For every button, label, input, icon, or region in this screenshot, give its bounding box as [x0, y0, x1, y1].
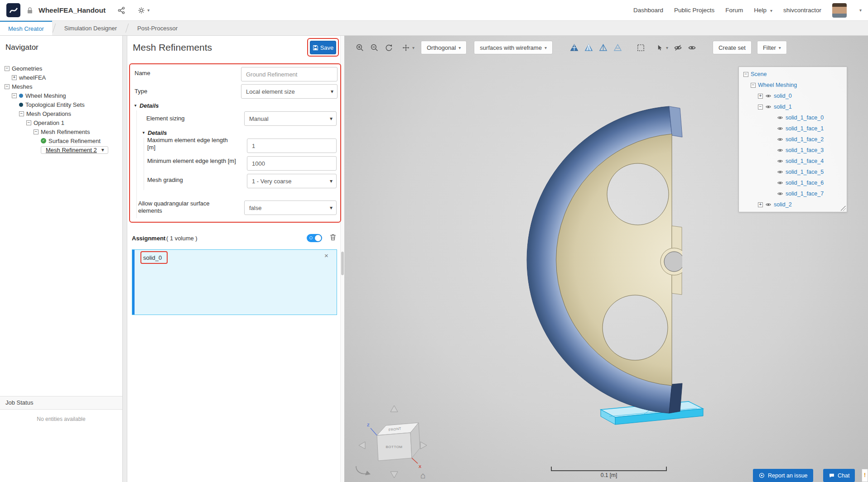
navigator-item-topological-entity-sets[interactable]: Topological Entity Sets — [0, 100, 122, 109]
collapse-icon[interactable]: − — [751, 83, 756, 88]
settings-caret-icon[interactable]: ▾ — [147, 8, 149, 13]
navigator-item-geometries[interactable]: −Geometries — [0, 64, 122, 73]
visibility-eye-icon[interactable] — [765, 201, 772, 208]
scene-item-solid-1[interactable]: −solid_1 — [739, 101, 847, 112]
visibility-eye-icon[interactable] — [777, 169, 783, 175]
projection-dropdown[interactable]: Orthogonal▾ — [421, 41, 467, 54]
report-issue-button[interactable]: Report an issue — [753, 469, 813, 482]
nav-dashboard[interactable]: Dashboard — [633, 7, 663, 14]
reset-view-icon[interactable] — [383, 42, 395, 54]
chat-button[interactable]: Chat — [823, 469, 855, 482]
min-edge-input[interactable] — [247, 156, 337, 171]
navigator-item-mesh-operations[interactable]: −Mesh Operations — [0, 109, 122, 118]
nav-help[interactable]: Help ▾ — [754, 7, 772, 14]
expand-icon[interactable]: + — [758, 202, 763, 207]
scene-item-wheel-meshing[interactable]: −Wheel Meshing — [739, 80, 847, 91]
assignment-toggle[interactable] — [307, 234, 322, 242]
scene-item-solid-2[interactable]: +solid_2 — [739, 199, 847, 210]
user-menu-caret-icon[interactable]: ▾ — [859, 8, 862, 13]
expand-icon[interactable]: + — [758, 94, 763, 99]
tab-simulation-designer[interactable]: Simulation Designer — [56, 21, 125, 35]
max-edge-input[interactable] — [247, 138, 337, 153]
pointer-mode-icon[interactable]: ▾ — [656, 42, 668, 54]
mesh-view-icon-3[interactable] — [597, 42, 609, 54]
panel-scrollbar[interactable] — [340, 36, 344, 482]
app-logo[interactable] — [6, 3, 20, 17]
show-all-icon[interactable] — [686, 42, 698, 54]
navigator-item-wheel-meshing[interactable]: −Wheel Meshing — [0, 91, 122, 100]
scene-item-solid-0[interactable]: +solid_0 — [739, 91, 847, 101]
scene-item-scene[interactable]: −Scene — [739, 69, 847, 80]
visibility-eye-icon[interactable] — [765, 104, 772, 110]
hide-selection-icon[interactable] — [672, 42, 684, 54]
collapse-icon[interactable]: − — [34, 129, 39, 134]
mesh-grading-select[interactable]: 1 - Very coarse — [247, 174, 337, 188]
assignment-drop-area[interactable]: solid_0 × — [132, 249, 337, 315]
job-status-header[interactable]: Job Status — [0, 396, 122, 410]
element-sizing-select[interactable]: Manual — [244, 111, 337, 126]
delete-assignment-button[interactable] — [328, 233, 338, 242]
resize-grip-icon[interactable] — [841, 206, 846, 211]
expand-icon[interactable]: + — [12, 75, 17, 80]
mesh-view-icon-2[interactable] — [583, 42, 595, 54]
scene-item-solid-1-face-6[interactable]: solid_1_face_6 — [739, 177, 847, 188]
zoom-out-icon[interactable] — [368, 42, 381, 54]
scene-item-solid-1-face-7[interactable]: solid_1_face_7 — [739, 188, 847, 199]
details-toggle[interactable]: ▼ Details — [134, 102, 159, 109]
quad-elements-select[interactable]: false — [244, 200, 337, 215]
filter-dropdown[interactable]: Filter▾ — [757, 41, 787, 54]
nav-public-projects[interactable]: Public Projects — [674, 7, 714, 14]
navigator-item-mesh-refinements[interactable]: −Mesh Refinements — [0, 127, 122, 136]
share-icon[interactable] — [117, 6, 125, 14]
collapse-icon[interactable]: − — [5, 84, 10, 89]
collapse-icon[interactable]: − — [743, 72, 748, 77]
name-input[interactable] — [241, 67, 338, 81]
scene-item-solid-1-face-5[interactable]: solid_1_face_5 — [739, 167, 847, 177]
navigator-item-mesh-refinement-2[interactable]: Mesh Refinement 2 — [0, 145, 122, 154]
inner-details-toggle[interactable]: ▼ Details — [142, 129, 167, 136]
scene-item-solid-1-face-4[interactable]: solid_1_face_4 — [739, 156, 847, 167]
box-select-icon[interactable] — [635, 42, 647, 54]
visibility-eye-icon[interactable] — [777, 180, 783, 186]
nav-forum[interactable]: Forum — [725, 7, 743, 14]
navigation-cube[interactable]: FRONT BOTTOM Z X ⌂ — [349, 400, 435, 482]
remove-assignment-icon[interactable]: × — [324, 252, 328, 259]
collapse-icon[interactable]: − — [12, 93, 17, 98]
render-mode-dropdown[interactable]: surfaces with wireframe▾ — [474, 41, 553, 54]
settings-gear-icon[interactable] — [137, 6, 145, 14]
scene-item-solid-1-face-0[interactable]: solid_1_face_0 — [739, 112, 847, 123]
mesh-view-icon-4[interactable] — [612, 42, 624, 54]
collapse-icon[interactable]: − — [5, 66, 10, 71]
navigator-item-operation-1[interactable]: −Operation 1 — [0, 118, 122, 127]
navigator-item-meshes[interactable]: −Meshes — [0, 82, 122, 91]
scene-item-solid-1-face-3[interactable]: solid_1_face_3 — [739, 145, 847, 156]
tab-post-processor[interactable]: Post-Processor — [129, 21, 186, 35]
scene-item-solid-1-face-1[interactable]: solid_1_face_1 — [739, 123, 847, 134]
tab-mesh-creator[interactable]: Mesh Creator — [0, 21, 52, 35]
type-select[interactable]: Local element size — [241, 84, 338, 99]
collapse-icon[interactable]: − — [758, 105, 763, 110]
pan-icon[interactable]: ▾ — [402, 42, 415, 54]
visibility-eye-icon[interactable] — [777, 147, 783, 153]
create-set-button[interactable]: Create set — [713, 41, 752, 54]
visibility-eye-icon[interactable] — [765, 93, 772, 99]
collapse-icon[interactable]: − — [19, 111, 24, 116]
navigator-item-wheelfea[interactable]: +wheelFEA — [0, 73, 122, 82]
save-button[interactable]: Save — [310, 41, 336, 54]
zoom-in-icon[interactable] — [354, 42, 366, 54]
navigator-item-surface-refinement[interactable]: ✓Surface Refinement — [0, 136, 122, 145]
viewport-3d[interactable]: ▾Orthogonal▾surfaces with wireframe▾▾Cre… — [344, 36, 868, 482]
scrollbar-thumb[interactable] — [341, 252, 344, 275]
visibility-eye-icon[interactable] — [777, 158, 783, 164]
username[interactable]: shivcontractor — [783, 7, 821, 14]
mesh-view-icon-1[interactable] — [568, 42, 580, 54]
visibility-eye-icon[interactable] — [777, 125, 783, 132]
collapse-icon[interactable]: − — [26, 120, 31, 125]
user-avatar[interactable] — [832, 3, 847, 18]
visibility-eye-icon[interactable] — [777, 136, 783, 143]
visibility-eye-icon[interactable] — [777, 115, 783, 121]
notification-badge[interactable]: ! — [862, 469, 868, 482]
scene-item-solid-1-face-2[interactable]: solid_1_face_2 — [739, 134, 847, 145]
visibility-eye-icon[interactable] — [777, 191, 783, 197]
panel-splitter[interactable] — [123, 36, 127, 482]
